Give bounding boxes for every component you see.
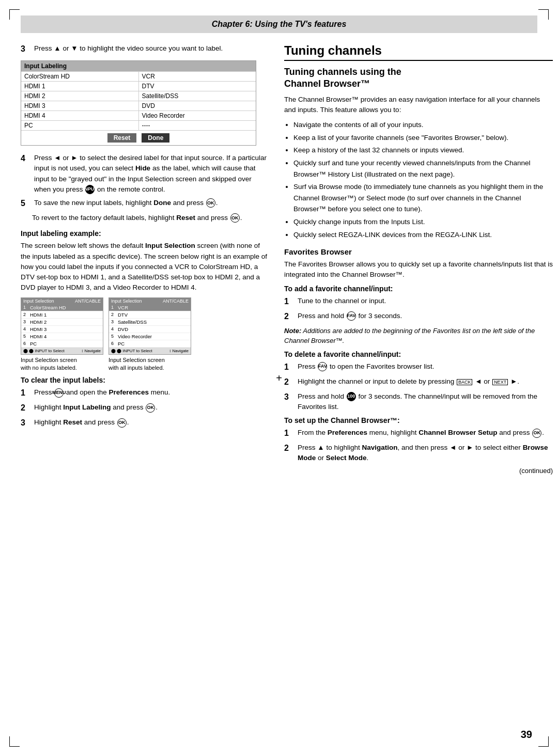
screen-row: 1VCR: [109, 304, 191, 311]
input-labeling-table: Input Labeling ColorStream HD VCR HDMI 1…: [21, 60, 256, 146]
step-4: 4 Press ◄ or ► to select the desired lab…: [21, 153, 269, 195]
content-wrapper: 3 Press ▲ or ▼ to highlight the video so…: [21, 43, 537, 475]
channel-browser-intro: The Channel Browser™ provides an easy na…: [284, 94, 553, 116]
screen-row: 6PC: [21, 340, 103, 348]
list-item: Navigate the contents of all of your inp…: [293, 119, 553, 131]
step-5-sub: To revert to the factory default labels,…: [32, 213, 269, 223]
cell-hdmi4: HDMI 4: [21, 111, 139, 120]
cell-pc: PC: [21, 121, 139, 130]
screen-header-left: Input Selection ANT/CABLE: [21, 298, 103, 304]
setup-2-num: 2: [284, 442, 296, 464]
delete-fav-2-content: Highlight the channel or input to delete…: [298, 376, 553, 388]
delete-fav-2-num: 2: [284, 376, 296, 388]
page-number: 39: [521, 729, 532, 741]
screen-row: 2DTV: [109, 311, 191, 319]
list-item: Quickly surf and tune your recently view…: [293, 158, 553, 180]
screen-header-right: Input Selection ANT/CABLE: [109, 298, 191, 304]
clear-step-2-content: Highlight Input Labeling and press OK.: [34, 402, 269, 414]
add-fav-step-2: 2 Press and hold FAV for 3 seconds.: [284, 311, 553, 323]
cell-hdmi3: HDMI 3: [21, 101, 139, 111]
screen-row: 3Satellite/DSS: [109, 319, 191, 326]
table-row: ColorStream HD VCR: [21, 71, 256, 81]
features-list: Navigate the contents of all of your inp…: [293, 119, 553, 240]
cell-hdmi1: HDMI 1: [21, 82, 139, 91]
corner-bl: [9, 736, 20, 747]
screen-row: 4HDMI 3: [21, 326, 103, 333]
corner-tl: [9, 9, 20, 20]
right-column: Tuning channels Tuning channels using th…: [284, 43, 553, 475]
screen-caption-left: Input Selection screenwith no inputs lab…: [21, 356, 103, 372]
corner-br: [538, 736, 549, 747]
screen-footer-right: ⬤ ⬤ INPUT to Select ↕ Navigate: [109, 348, 191, 354]
table-row: HDMI 1 DTV: [21, 81, 256, 91]
setup-1-num: 1: [284, 427, 296, 439]
add-fav-1-num: 1: [284, 295, 296, 308]
clear-step-3-num: 3: [21, 417, 32, 429]
subsection-title: Tuning channels using theChannel Browser…: [284, 66, 553, 90]
delete-fav-step-3: 3 Press and hold 100 for 3 seconds. The …: [284, 391, 553, 413]
step-5-num: 5: [21, 197, 32, 210]
ok-icon-2: OK: [230, 213, 240, 223]
favorites-intro: The Favorites Browser allows you to quic…: [284, 259, 553, 280]
step-5: 5 To save the new input labels, highligh…: [21, 198, 269, 210]
table-row: PC ----: [21, 120, 256, 130]
input-icon: INPUT: [85, 185, 95, 194]
delete-fav-1-content: Press FAV to open the Favorites browser …: [298, 361, 553, 373]
chapter-header: Chapter 6: Using the TV's features: [21, 15, 537, 33]
cell-satellite: Satellite/DSS: [139, 91, 256, 101]
continued-text: (continued): [284, 467, 553, 475]
screen-mockup-left: Input Selection ANT/CABLE 1ColorStream H…: [21, 297, 103, 355]
clear-step-1-num: 1: [21, 387, 32, 399]
clear-step-1-content: Press MENU and open the Preferences menu…: [34, 387, 269, 399]
fav-icon: FAV: [347, 311, 356, 321]
screen-right-wrapper: Input Selection ANT/CABLE 1VCR 2DTV 3Sat…: [109, 297, 191, 372]
screen-row: 5Video Recorder: [109, 333, 191, 340]
screen-row: 2HDMI 1: [21, 311, 103, 319]
step-3-content: Press ▲ or ▼ to highlight the video sour…: [34, 43, 269, 55]
step-4-content: Press ◄ or ► to select the desired label…: [34, 153, 269, 195]
ok-icon-3: OK: [146, 403, 155, 413]
section-title: Tuning channels: [284, 43, 553, 61]
table-header: Input Labeling: [21, 61, 256, 71]
cell-colorstream: ColorStream HD: [21, 72, 139, 81]
cell-dtv: DTV: [139, 82, 256, 91]
add-fav-1-content: Tune to the channel or input.: [298, 296, 553, 308]
screens-container: Input Selection ANT/CABLE 1ColorStream H…: [21, 297, 269, 372]
clear-step-1: 1 Press MENU and open the Preferences me…: [21, 387, 269, 399]
delete-fav-3-content: Press and hold 100 for 3 seconds. The ch…: [298, 391, 553, 413]
screen-footer-left: ⬤ ⬤ INPUT to Select ↕ Navigate: [21, 348, 103, 354]
done-button[interactable]: Done: [142, 133, 169, 143]
delete-fav-3-num: 3: [284, 391, 296, 413]
cell-vcr: VCR: [139, 72, 256, 81]
setup-1-content: From the Preferences menu, highlight Cha…: [298, 428, 553, 439]
chapter-header-text: Chapter 6: Using the TV's features: [212, 20, 347, 28]
delete-fav-step-2: 2 Highlight the channel or input to dele…: [284, 376, 553, 388]
note-block: Note: Additions are added to the beginni…: [284, 326, 553, 346]
screen-row: 4DVD: [109, 326, 191, 333]
list-item: Keep a list of your favorite channels (s…: [293, 132, 553, 144]
screen-row: 6PC: [109, 340, 191, 348]
add-fav-2-content: Press and hold FAV for 3 seconds.: [298, 311, 553, 323]
step-3-num: 3: [21, 43, 32, 55]
corner-tr: [538, 9, 549, 20]
clear-step-2: 2 Highlight Input Labeling and press OK.: [21, 402, 269, 414]
cell-hdmi2: HDMI 2: [21, 91, 139, 101]
cell-dvd: DVD: [139, 101, 256, 111]
step-4-num: 4: [21, 152, 32, 195]
favorites-heading: Favorites Browser: [284, 247, 553, 256]
screen-mockup-right: Input Selection ANT/CABLE 1VCR 2DTV 3Sat…: [109, 297, 191, 355]
clear-step-3-content: Highlight Reset and press OK.: [34, 417, 269, 429]
delete-fav-1-num: 1: [284, 361, 296, 373]
back-arrow: BACK: [457, 379, 473, 385]
table-row: HDMI 2 Satellite/DSS: [21, 91, 256, 101]
delete-fav-step-1: 1 Press FAV to open the Favorites browse…: [284, 361, 553, 373]
screen-caption-right: Input Selection screenwith all inputs la…: [109, 356, 191, 372]
menu-icon: MENU: [54, 388, 64, 398]
setup-channel-heading: To set up the Channel Browser™:: [284, 416, 553, 424]
setup-step-1: 1 From the Preferences menu, highlight C…: [284, 428, 553, 439]
add-fav-heading: To add a favorite channel/input:: [284, 285, 553, 293]
clear-step-3: 3 Highlight Reset and press OK.: [21, 417, 269, 429]
next-arrow: NEXT: [492, 379, 508, 385]
reset-button[interactable]: Reset: [107, 133, 137, 143]
cell-dash: ----: [139, 121, 256, 130]
